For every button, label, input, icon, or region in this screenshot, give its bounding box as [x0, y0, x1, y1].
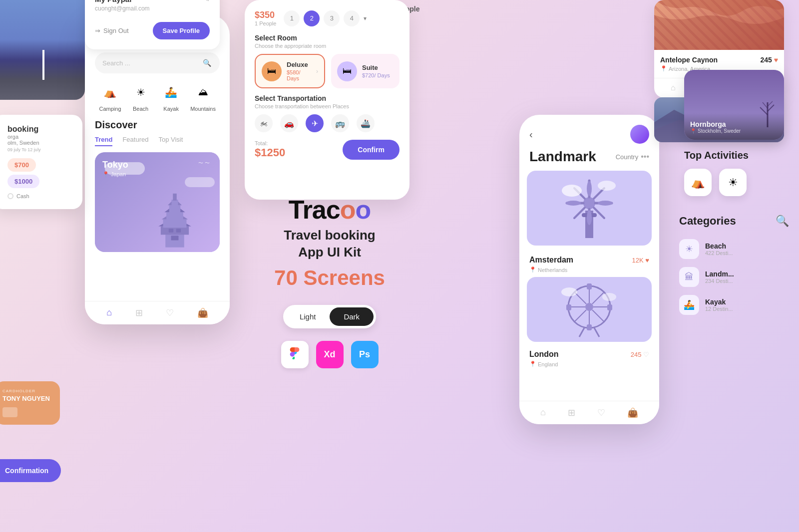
- more-options-icon[interactable]: •••: [641, 152, 649, 161]
- select-room-title: Select Room: [255, 34, 400, 42]
- radio-button[interactable]: [7, 193, 13, 199]
- svg-point-48: [602, 293, 616, 301]
- landmark-nav: ⌂ ⊞ ♡ 👜: [519, 401, 659, 424]
- confirmation-button[interactable]: Confirmation: [0, 459, 61, 482]
- home-nav-sm[interactable]: ⌂: [671, 83, 676, 93]
- search-bar[interactable]: Search ... 🔍: [95, 52, 220, 73]
- tab-top-visit[interactable]: Top Visit: [158, 136, 183, 146]
- figma-icon[interactable]: [281, 341, 309, 368]
- price-1: $700: [7, 158, 36, 172]
- sign-out-button[interactable]: ⇒ Sign Out: [95, 27, 129, 34]
- room-1[interactable]: 1: [284, 10, 300, 26]
- featured-name: Tokyo: [102, 160, 128, 170]
- category-beach[interactable]: ☀ Beach: [129, 81, 152, 112]
- booking-panel: $350 1 People 1 2 3 4 ▾ Select Room Choo…: [245, 0, 409, 200]
- svg-rect-42: [587, 324, 592, 330]
- room-selector: 1 2 3 4 ▾: [284, 10, 367, 26]
- svg-rect-41: [587, 283, 592, 289]
- tab-featured[interactable]: Featured: [122, 136, 148, 146]
- bag-icon-2[interactable]: 👜: [627, 407, 638, 418]
- partial-booking-card: booking orga olm, Sweden 09 july To 12 j…: [0, 115, 82, 209]
- cardholder-name: TONY NGUYEN: [2, 395, 52, 402]
- svg-line-45: [579, 328, 584, 337]
- kayak-icon: 🚣: [160, 81, 182, 103]
- landmark-country[interactable]: Country: [616, 153, 639, 161]
- svg-point-28: [598, 201, 613, 206]
- activity-beach-icon[interactable]: ☀: [719, 169, 747, 196]
- activity-camping-icon[interactable]: ⛺: [684, 169, 712, 196]
- top-activities-panel: Top Activities ⛺ ☀: [674, 150, 799, 196]
- transport-bus[interactable]: 🚌: [331, 114, 349, 132]
- mountains-icon: ⛰: [192, 81, 214, 103]
- bag-nav-icon[interactable]: 👜: [197, 307, 208, 318]
- brand-tagline: Travel bookingApp UI Kit: [245, 227, 414, 261]
- landmark-phone: ‹ Landmark Country •••: [519, 115, 659, 424]
- cardholder-label: CARDHOLDER: [2, 389, 52, 393]
- theme-light-button[interactable]: Light: [286, 307, 330, 326]
- booking-dates: 09 july To 12 july: [7, 147, 72, 152]
- featured-location: 📍 Japan: [102, 171, 128, 178]
- home-icon-2[interactable]: ⌂: [540, 407, 546, 418]
- kayak-cat-icon: 🚣: [679, 295, 699, 315]
- category-camping[interactable]: ⛺ Camping: [99, 81, 121, 112]
- ps-icon[interactable]: Ps: [351, 341, 379, 368]
- back-button[interactable]: ‹: [529, 129, 533, 140]
- search-icon[interactable]: 🔍: [201, 57, 212, 68]
- category-beach-row[interactable]: ☀ Beach 422 Desti...: [669, 235, 799, 263]
- svg-point-32: [585, 303, 593, 311]
- svg-point-30: [598, 181, 616, 191]
- svg-line-46: [594, 328, 599, 337]
- room-2[interactable]: 2: [304, 10, 320, 26]
- camping-label: Camping: [99, 106, 121, 112]
- room2-name: Suite: [362, 64, 390, 71]
- room-3[interactable]: 3: [324, 10, 340, 26]
- category-landmark-row[interactable]: 🏛 Landm... 234 Desti...: [669, 263, 799, 291]
- category-kayak-row[interactable]: 🚣 Kayak 12 Destin...: [669, 291, 799, 319]
- svg-rect-13: [176, 229, 181, 233]
- transport-bike[interactable]: 🏍: [255, 114, 273, 132]
- save-profile-button[interactable]: Save Profile: [153, 22, 210, 39]
- total-row: Total: $1250 Confirm: [255, 140, 400, 160]
- london-rating: 245 ♡: [631, 351, 649, 358]
- theme-dark-button[interactable]: Dark: [330, 307, 374, 326]
- tab-trend[interactable]: Trend: [95, 136, 112, 146]
- svg-rect-12: [169, 229, 173, 233]
- edit-icon[interactable]: ✎: [204, 0, 210, 3]
- mountains-label: Mountains: [190, 106, 216, 112]
- hornborga-location: 📍Stockholm, Sweder: [690, 128, 778, 134]
- beach-cat-icon: ☀: [679, 239, 699, 259]
- kayak-cat-count: 12 Destin...: [705, 306, 733, 312]
- confirm-button[interactable]: Confirm: [343, 140, 400, 160]
- category-list: ⛺ Camping ☀ Beach 🚣 Kayak ⛰ Mountains: [85, 81, 230, 119]
- theme-toggle[interactable]: Light Dark: [283, 305, 376, 328]
- landmark-avatar: [630, 125, 649, 144]
- price-2: $1000: [7, 175, 39, 188]
- amsterdam-card[interactable]: [527, 171, 652, 246]
- transport-car[interactable]: 🚗: [280, 114, 298, 132]
- ferris-wheel-card[interactable]: [527, 277, 652, 342]
- svg-rect-10: [173, 194, 177, 201]
- svg-point-26: [587, 210, 592, 225]
- room-option-2[interactable]: 🛏 Suite $720/ Days: [331, 54, 400, 88]
- heart-nav-icon[interactable]: ♡: [166, 307, 174, 318]
- chevron-down-icon[interactable]: ▾: [364, 15, 367, 22]
- home-nav-icon[interactable]: ⌂: [106, 307, 112, 318]
- xd-icon[interactable]: Xd: [316, 341, 344, 368]
- total-label: Total:: [255, 140, 285, 146]
- london-row: London 245 ♡: [519, 346, 659, 361]
- featured-card[interactable]: Tokyo 📍 Japan: [95, 152, 220, 252]
- grid-nav-icon[interactable]: ⊞: [135, 307, 143, 318]
- transport-icons: 🏍 🚗 ✈ 🚌 🚢: [255, 114, 400, 132]
- transport-plane[interactable]: ✈: [306, 114, 324, 132]
- room-4[interactable]: 4: [344, 10, 360, 26]
- signout-icon: ⇒: [95, 27, 100, 34]
- deluxe-price: $580/ Days: [287, 69, 311, 81]
- category-mountains[interactable]: ⛰ Mountains: [190, 81, 216, 112]
- room-option-deluxe[interactable]: 🛏 Deluxe $580/ Days ›: [255, 54, 325, 88]
- svg-point-27: [566, 201, 581, 206]
- category-kayak[interactable]: 🚣 Kayak: [160, 81, 182, 112]
- grid-icon-2[interactable]: ⊞: [568, 407, 575, 418]
- transport-ship[interactable]: 🚢: [357, 114, 375, 132]
- heart-icon-2[interactable]: ♡: [597, 407, 605, 418]
- amsterdam-rating: 12K ♥: [632, 257, 649, 264]
